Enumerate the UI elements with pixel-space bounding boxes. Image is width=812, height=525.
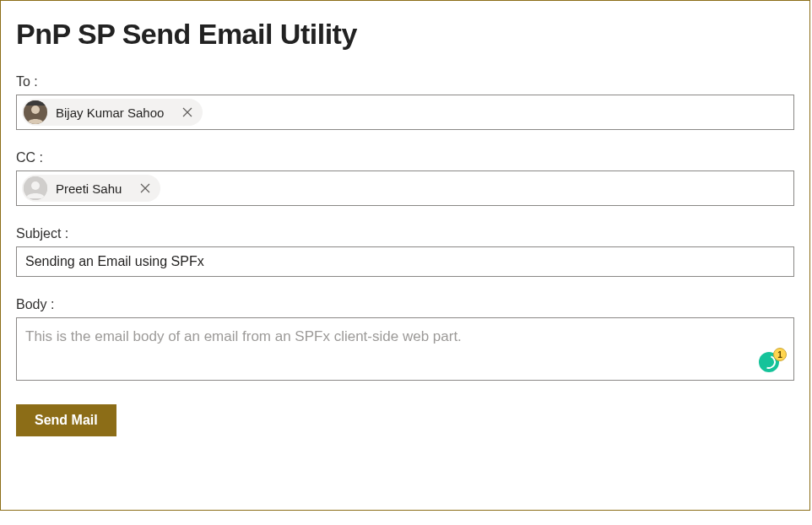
cc-persona-name: Preeti Sahu: [56, 181, 122, 196]
grammarly-badge: 1: [773, 348, 787, 361]
subject-input[interactable]: [16, 246, 794, 277]
send-mail-button[interactable]: Send Mail: [16, 404, 116, 436]
close-icon: [140, 183, 150, 193]
cc-people-picker[interactable]: Preeti Sahu: [16, 170, 794, 206]
cc-label: CC :: [16, 150, 794, 165]
to-label: To :: [16, 74, 794, 89]
to-persona-chip: Bijay Kumar Sahoo: [22, 99, 203, 126]
cc-persona-chip: Preeti Sahu: [22, 175, 160, 202]
email-utility-panel: PnP SP Send Email Utility To : Bijay Kum…: [0, 0, 810, 511]
close-icon: [182, 107, 192, 117]
remove-to-chip[interactable]: [179, 104, 196, 121]
grammarly-widget[interactable]: 1: [759, 352, 782, 376]
page-title: PnP SP Send Email Utility: [16, 18, 794, 51]
person-photo-icon: [24, 100, 47, 124]
body-label: Body :: [16, 297, 794, 312]
person-placeholder-icon: [24, 176, 47, 200]
svg-point-4: [31, 181, 40, 190]
avatar: [24, 100, 47, 124]
body-textarea[interactable]: [16, 317, 794, 381]
remove-cc-chip[interactable]: [137, 180, 154, 197]
body-wrapper: 1: [16, 317, 794, 384]
to-persona-name: Bijay Kumar Sahoo: [56, 106, 164, 120]
svg-rect-2: [24, 100, 47, 106]
svg-point-1: [31, 106, 40, 114]
avatar: [24, 176, 47, 200]
to-people-picker[interactable]: Bijay Kumar Sahoo: [16, 95, 794, 130]
subject-label: Subject :: [16, 226, 794, 241]
